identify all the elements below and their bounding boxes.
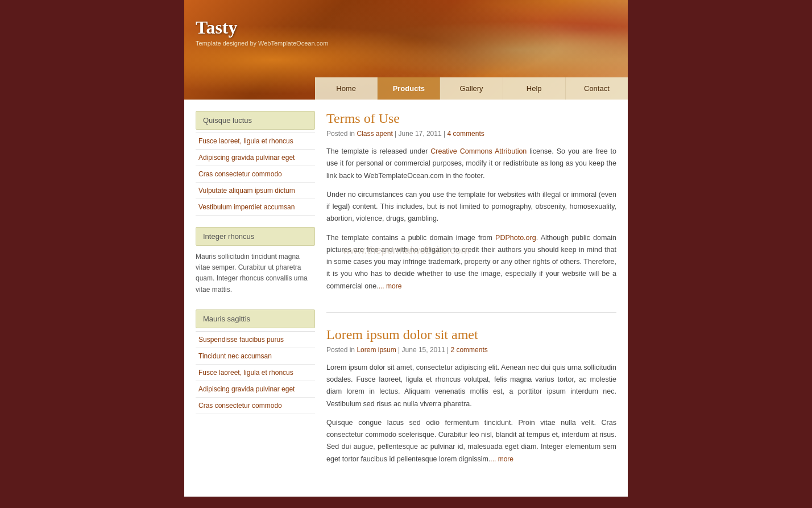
sidebar-links-quisque: Fusce laoreet, ligula et rhoncus Adipisc… <box>196 133 315 216</box>
post-meta-prefix: Posted in <box>326 130 355 138</box>
nav-home[interactable]: Home <box>315 77 378 100</box>
list-item: Cras consectetur commodo <box>196 166 315 183</box>
sidebar-link[interactable]: Tincidunt nec accumsan <box>198 352 272 360</box>
sidebar-link[interactable]: Vestibulum imperdiet accumsan <box>198 203 295 211</box>
post-body-terms: The template is released under Creative … <box>326 146 616 292</box>
post-paragraph: Quisque congue lacus sed odio fermentum … <box>326 417 616 465</box>
list-item: Tincidunt nec accumsan <box>196 348 315 365</box>
post-comments-link[interactable]: 4 comments <box>447 130 484 138</box>
sidebar-link[interactable]: Cras consectetur commodo <box>198 170 282 178</box>
more-link-lorem[interactable]: ... more <box>490 455 513 463</box>
nav-gallery[interactable]: Gallery <box>440 77 503 100</box>
post-date: June 15, 2011 <box>402 346 445 354</box>
list-item: Cras consectetur commodo <box>196 398 315 414</box>
post-meta-terms: Posted in Class apent | June 17, 2011 | … <box>326 130 616 138</box>
list-item: Fusce laoreet, ligula et rhoncus <box>196 133 315 150</box>
post-category-link[interactable]: Class apent <box>357 130 392 138</box>
sidebar-widget-mauris-title: Mauris sagittis <box>196 309 315 328</box>
post-terms-of-use: Terms of Use Posted in Class apent | Jun… <box>326 111 616 292</box>
sidebar-link[interactable]: Suspendisse faucibus purus <box>198 336 284 344</box>
post-lorem-ipsum: Lorem ipsum dolor sit amet Posted in Lor… <box>326 327 616 465</box>
sidebar-widget-quisque-title: Quisque luctus <box>196 111 315 130</box>
post-meta-prefix: Posted in <box>326 346 355 354</box>
list-item: Fusce laoreet, ligula et rhoncus <box>196 365 315 381</box>
post-paragraph: Under no circumstances can you use the t… <box>326 189 616 225</box>
post-paragraph: The template contains a public domain im… <box>326 232 616 292</box>
post-paragraph: Lorem ipsum dolor sit amet, consectetur … <box>326 362 616 410</box>
site-subtitle: Template designed by WebTemplateOcean.co… <box>196 40 328 47</box>
sidebar-widget-integer-text: Mauris sollicitudin tincidunt magna vita… <box>196 249 315 298</box>
sidebar-widget-integer: Integer rhoncus Mauris sollicitudin tinc… <box>196 227 315 298</box>
more-link-terms[interactable]: ... more <box>379 282 402 290</box>
sidebar-widget-mauris: Mauris sagittis Suspendisse faucibus pur… <box>196 309 315 414</box>
nav-contact[interactable]: Contact <box>566 77 628 100</box>
list-item: Adipiscing gravida pulvinar eget <box>196 381 315 398</box>
sidebar-link[interactable]: Fusce laoreet, ligula et rhoncus <box>198 137 293 145</box>
list-item: Adipiscing gravida pulvinar eget <box>196 150 315 166</box>
list-item: Vulputate aliquam ipsum dictum <box>196 183 315 199</box>
list-item: Vestibulum imperdiet accumsan <box>196 199 315 216</box>
sidebar-link[interactable]: Cras consectetur commodo <box>198 402 282 410</box>
sidebar-link[interactable]: Adipiscing gravida pulvinar eget <box>198 154 295 162</box>
sidebar-widget-quisque: Quisque luctus Fusce laoreet, ligula et … <box>196 111 315 216</box>
sidebar-link[interactable]: Vulputate aliquam ipsum dictum <box>198 187 295 195</box>
sidebar-link[interactable]: Adipiscing gravida pulvinar eget <box>198 385 295 393</box>
site-title: Tasty <box>196 17 238 38</box>
post-paragraph: The template is released under Creative … <box>326 146 616 182</box>
post-category-link[interactable]: Lorem ipsum <box>357 346 396 354</box>
main-nav: Home Products Gallery Help Contact <box>315 77 628 100</box>
pdphoto-link[interactable]: PDPhoto.org <box>495 234 536 242</box>
post-date: June 17, 2011 <box>399 130 442 138</box>
sidebar: Quisque luctus Fusce laoreet, ligula et … <box>196 111 315 485</box>
post-body-lorem: Lorem ipsum dolor sit amet, consectetur … <box>326 362 616 465</box>
content-area: Terms of Use Posted in Class apent | Jun… <box>326 111 616 485</box>
post-comments-link[interactable]: 2 comments <box>450 346 487 354</box>
post-meta-lorem: Posted in Lorem ipsum | June 15, 2011 | … <box>326 346 616 354</box>
post-divider <box>326 312 616 313</box>
creative-commons-link[interactable]: Creative Commons Attribution <box>430 147 527 155</box>
nav-products[interactable]: Products <box>378 77 440 100</box>
main-layout: Quisque luctus Fusce laoreet, ligula et … <box>184 100 628 497</box>
list-item: Suspendisse faucibus purus <box>196 332 315 348</box>
post-title-terms: Terms of Use <box>326 111 616 126</box>
sidebar-link[interactable]: Fusce laoreet, ligula et rhoncus <box>198 369 293 377</box>
header: Tasty Template designed by WebTemplateOc… <box>184 0 628 100</box>
post-title-lorem: Lorem ipsum dolor sit amet <box>326 327 616 342</box>
page-wrapper: Tasty Template designed by WebTemplateOc… <box>184 0 628 497</box>
sidebar-widget-integer-title: Integer rhoncus <box>196 227 315 246</box>
nav-help[interactable]: Help <box>503 77 566 100</box>
sidebar-links-mauris: Suspendisse faucibus purus Tincidunt nec… <box>196 331 315 414</box>
